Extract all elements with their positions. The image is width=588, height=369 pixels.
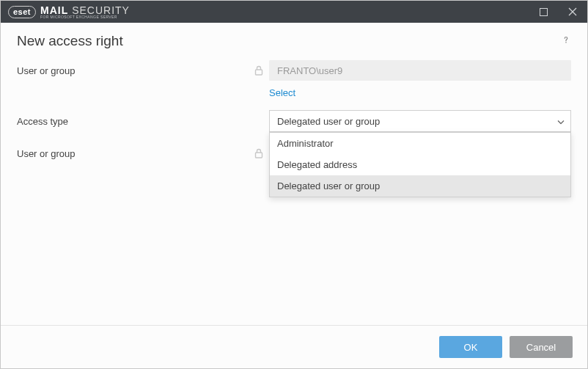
dropdown-item-delegated-user-or-group[interactable]: Delegated user or group (270, 175, 570, 197)
brand-sub: FOR MICROSOFT EXCHANGE SERVER (40, 15, 130, 19)
access-type-select[interactable]: Delegated user or group (269, 110, 571, 132)
brand: eset MAIL SECURITY FOR MICROSOFT EXCHANG… (8, 5, 130, 19)
lock-icon (251, 65, 266, 76)
row-user-or-group: User or group (17, 59, 571, 81)
user-or-group-input[interactable] (269, 60, 571, 81)
ok-button[interactable]: OK (439, 336, 502, 358)
access-type-dropdown: Administrator Delegated address Delegate… (269, 132, 571, 197)
window-maximize-button[interactable] (529, 1, 558, 23)
svg-rect-5 (256, 153, 262, 158)
dropdown-item-administrator[interactable]: Administrator (270, 133, 570, 154)
label-access-type: Access type (17, 116, 251, 127)
lock-icon-2 (251, 148, 266, 158)
window-close-button[interactable] (558, 1, 587, 23)
page-title: New access right (17, 33, 561, 49)
svg-point-3 (565, 42, 567, 43)
window-titlebar: eset MAIL SECURITY FOR MICROSOFT EXCHANG… (1, 1, 587, 23)
row-access-type: Access type Delegated user or group Admi… (17, 110, 571, 132)
label-user-or-group-2: User or group (17, 148, 251, 159)
dropdown-item-delegated-address[interactable]: Delegated address (270, 154, 570, 175)
select-link[interactable]: Select (269, 86, 295, 100)
eset-logo: eset (8, 6, 36, 18)
help-icon[interactable] (561, 34, 571, 48)
access-type-selected: Delegated user or group (277, 116, 380, 127)
content-area: New access right User or group Select Ac… (1, 23, 587, 368)
label-user-or-group: User or group (17, 65, 251, 76)
svg-rect-0 (540, 8, 547, 15)
footer: OK Cancel (1, 325, 587, 368)
brand-text: MAIL SECURITY FOR MICROSOFT EXCHANGE SER… (40, 5, 130, 19)
svg-rect-4 (256, 70, 262, 75)
chevron-down-icon (557, 116, 565, 127)
cancel-button[interactable]: Cancel (510, 336, 573, 358)
